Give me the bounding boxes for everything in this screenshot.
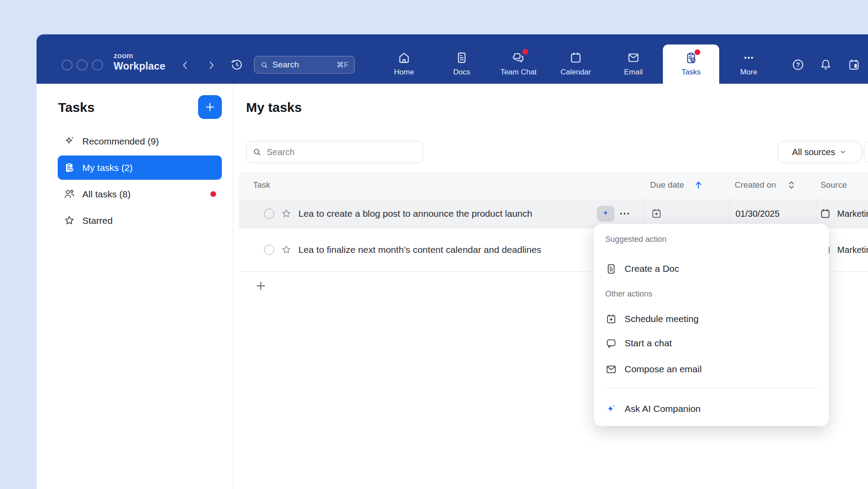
sidebar-item-recommended[interactable]: Recommended (9) bbox=[58, 129, 222, 153]
plus-icon bbox=[255, 280, 267, 292]
table-header: Task Due date Created on Source bbox=[239, 172, 868, 199]
menu-item-compose-email[interactable]: Compose an email bbox=[605, 359, 820, 379]
clipboard-check-icon bbox=[63, 162, 75, 174]
sort-ascending-icon[interactable] bbox=[693, 180, 704, 190]
clipped-filter-button[interactable] bbox=[864, 141, 868, 163]
email-icon bbox=[627, 51, 640, 64]
all-tasks-badge bbox=[210, 191, 216, 197]
chevron-left-icon bbox=[180, 60, 191, 70]
chevron-right-icon bbox=[206, 60, 217, 70]
task-complete-checkbox[interactable] bbox=[264, 208, 274, 219]
global-search-bar[interactable]: Search ⌘F bbox=[254, 56, 355, 74]
nav-calendar-label: Calendar bbox=[561, 68, 591, 77]
sidebar-title: Tasks bbox=[58, 96, 95, 119]
menu-item-label: Create a Doc bbox=[625, 263, 679, 274]
column-header-created-on[interactable]: Created on bbox=[735, 180, 776, 190]
sidebar: Tasks Recommended (9) bbox=[37, 84, 233, 489]
add-due-date-button[interactable] bbox=[651, 207, 662, 219]
nav-calendar[interactable]: Calendar bbox=[551, 51, 600, 77]
nav-team-chat-label: Team Chat bbox=[500, 68, 537, 77]
window-control-minimize[interactable] bbox=[77, 59, 88, 70]
menu-item-label: Ask AI Companion bbox=[625, 404, 701, 414]
sidebar-item-label: Recommended (9) bbox=[82, 136, 159, 147]
sidebar-item-label: Starred bbox=[82, 215, 113, 226]
star-icon bbox=[63, 215, 75, 226]
tasks-badge bbox=[695, 49, 700, 55]
ai-sparkle-icon bbox=[601, 208, 611, 219]
menu-item-label: Start a chat bbox=[625, 338, 672, 348]
plus-icon bbox=[204, 101, 216, 113]
menu-item-create-doc[interactable]: Create a Doc bbox=[605, 259, 820, 278]
sidebar-item-my-tasks[interactable]: My tasks (2) bbox=[58, 156, 222, 180]
menu-item-start-chat[interactable]: Start a chat bbox=[605, 333, 820, 353]
calendar-today-icon bbox=[847, 58, 861, 71]
search-icon bbox=[252, 147, 262, 157]
home-icon bbox=[397, 51, 411, 64]
nav-docs-label: Docs bbox=[453, 68, 471, 77]
source-cell: Marketing bbox=[837, 245, 868, 255]
team-chat-icon bbox=[512, 51, 525, 64]
schedule-button[interactable] bbox=[847, 58, 861, 71]
menu-item-label: Schedule meeting bbox=[625, 314, 699, 324]
window-control-close[interactable] bbox=[62, 59, 73, 70]
sidebar-item-starred[interactable]: Starred bbox=[58, 208, 222, 233]
notifications-button[interactable] bbox=[819, 58, 832, 71]
chat-bubble-icon bbox=[605, 337, 617, 349]
doc-icon bbox=[605, 263, 617, 275]
nav-home[interactable]: Home bbox=[379, 51, 429, 77]
top-bar: zoom Workplace Search ⌘F bbox=[37, 34, 868, 84]
nav-tasks-label: Tasks bbox=[681, 68, 700, 77]
nav-team-chat[interactable]: Team Chat bbox=[494, 51, 543, 77]
zoom-workplace-logo: zoom Workplace bbox=[114, 52, 166, 72]
menu-section-label: Other actions bbox=[605, 289, 652, 299]
nav-tasks-active-tab[interactable]: Tasks bbox=[663, 44, 719, 84]
chevron-down-icon bbox=[839, 148, 847, 156]
sort-both-icon[interactable] bbox=[786, 180, 797, 190]
task-complete-checkbox[interactable] bbox=[264, 245, 274, 255]
help-button[interactable]: ? bbox=[791, 58, 805, 71]
docs-icon bbox=[455, 51, 468, 64]
forward-button[interactable] bbox=[206, 60, 217, 70]
menu-item-ask-ai-companion[interactable]: Ask AI Companion bbox=[605, 399, 820, 419]
svg-text:?: ? bbox=[796, 61, 800, 68]
menu-item-schedule-meeting[interactable]: Schedule meeting bbox=[605, 309, 820, 329]
more-icon bbox=[742, 51, 755, 64]
people-icon bbox=[63, 188, 75, 200]
more-actions-button[interactable] bbox=[618, 208, 631, 219]
source-calendar-icon bbox=[820, 208, 831, 219]
menu-section-label: Suggested action bbox=[605, 235, 666, 244]
search-shortcut: ⌘F bbox=[337, 60, 349, 70]
sidebar-item-all-tasks[interactable]: All tasks (8) bbox=[58, 182, 222, 206]
screen: zoom Workplace Search ⌘F bbox=[0, 0, 868, 489]
column-header-due-date[interactable]: Due date bbox=[650, 180, 684, 190]
sparkle-icon bbox=[63, 135, 75, 147]
logo-workplace: Workplace bbox=[114, 60, 166, 72]
sources-filter-dropdown[interactable]: All sources bbox=[777, 141, 862, 163]
task-search bbox=[246, 141, 423, 163]
column-header-source: Source bbox=[820, 180, 847, 190]
sidebar-item-label: My tasks (2) bbox=[82, 163, 132, 173]
calendar-plus-icon bbox=[605, 313, 617, 325]
team-chat-badge bbox=[522, 49, 528, 55]
ai-companion-button[interactable] bbox=[597, 206, 614, 222]
bell-icon bbox=[819, 58, 832, 71]
global-search-placeholder: Search bbox=[272, 60, 337, 70]
search-icon bbox=[260, 61, 268, 69]
back-button[interactable] bbox=[180, 60, 191, 70]
history-button[interactable] bbox=[230, 58, 243, 71]
created-on-cell: 01/30/2025 bbox=[736, 208, 780, 219]
email-icon bbox=[605, 363, 617, 375]
star-icon[interactable] bbox=[281, 208, 292, 219]
sources-filter-label: All sources bbox=[792, 147, 835, 157]
help-icon: ? bbox=[791, 58, 805, 71]
add-task-button[interactable] bbox=[198, 95, 222, 119]
task-title[interactable]: Lea to create a blog post to announce th… bbox=[298, 208, 532, 219]
task-title[interactable]: Lea to finalize next month’s content cal… bbox=[298, 244, 541, 255]
star-icon[interactable] bbox=[281, 244, 292, 256]
window-control-zoom[interactable] bbox=[92, 59, 103, 70]
nav-email[interactable]: Email bbox=[609, 51, 658, 77]
task-search-input[interactable] bbox=[246, 141, 423, 163]
nav-email-label: Email bbox=[624, 68, 643, 77]
nav-docs[interactable]: Docs bbox=[437, 51, 486, 77]
nav-more[interactable]: More bbox=[724, 51, 773, 77]
